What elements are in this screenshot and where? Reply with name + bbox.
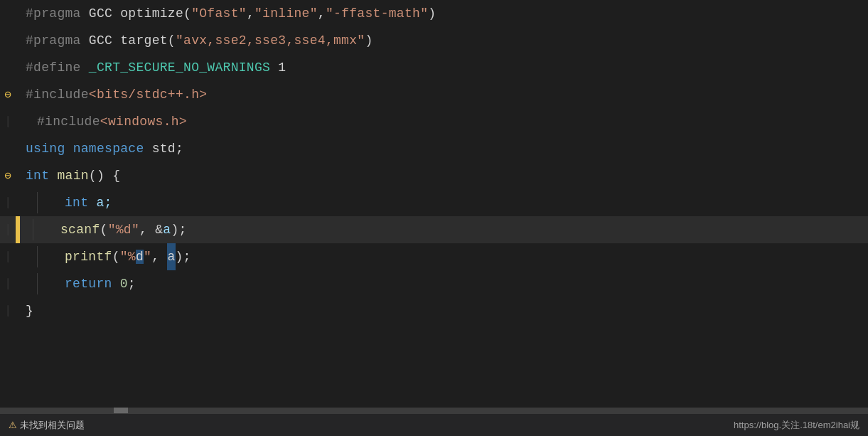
vertical-guide-8 (37, 192, 38, 213)
scanf-arg: a (163, 216, 171, 243)
line-indicator-12: │ (0, 297, 16, 324)
code-line-1: #pragma GCC optimize("Ofast","inline","-… (0, 0, 868, 27)
main-parens: () { (89, 162, 120, 189)
code-line-7: ⊖ int main() { (0, 162, 868, 189)
code-line-5: │ #include<windows.h> (0, 108, 868, 135)
line-indicator-11: │ (0, 270, 16, 297)
func-scanf: scanf (60, 216, 100, 243)
preprocessor-2: #pragma (26, 27, 89, 54)
macro-name-3: _CRT_SECURE_NO_WARNINGS (89, 54, 270, 81)
scanf-paren: ( (100, 216, 108, 243)
printf-arg: a (167, 243, 175, 270)
var-a-8: a; (96, 189, 112, 216)
status-url: https://blog.关注.18t/em2ihai规 (734, 419, 859, 432)
horizontal-scrollbar[interactable] (0, 408, 868, 413)
keyword-namespace: namespace (73, 135, 152, 162)
code-line-11: │ return 0; (0, 270, 868, 297)
code-line-3: #define _CRT_SECURE_NO_WARNINGS 1 (0, 54, 868, 81)
line-indicator-1 (0, 0, 16, 27)
line-indicator-6 (0, 135, 16, 162)
line-indicator-10: │ (0, 243, 16, 270)
status-message: 未找到相关问题 (20, 419, 85, 432)
keyword-return: return (65, 270, 120, 297)
line-content-9: scanf("%d", &a); (20, 216, 868, 243)
printf-close: ); (176, 243, 191, 270)
scrollbar-thumb[interactable] (114, 408, 128, 413)
code-line-12: │ } (0, 297, 868, 324)
printf-format: "%d" (120, 243, 151, 270)
code-line-2: #pragma GCC target("avx,sse2,sse3,sse4,m… (0, 27, 868, 54)
keyword-int-8: int (65, 189, 96, 216)
line-indicator-2 (0, 27, 16, 54)
vertical-guide-9 (33, 219, 33, 240)
line-content-3: #define _CRT_SECURE_NO_WARNINGS 1 (20, 54, 868, 81)
func-printf: printf (65, 243, 112, 270)
preprocessor-3: #define (26, 54, 89, 81)
vertical-guide-10 (37, 246, 38, 267)
line-content-5: #include<windows.h> (20, 108, 868, 135)
scanf-comma: , & (139, 216, 163, 243)
line-indicator-7: ⊖ (0, 162, 16, 189)
scanf-format: "%d" (108, 216, 139, 243)
line-indicator-4: ⊖ (0, 81, 16, 108)
keyword-using: using (26, 135, 73, 162)
line-content-8: int a; (20, 189, 868, 216)
code-line-8: │ int a; (0, 189, 868, 216)
code-line-9: │ scanf("%d", &a); (0, 216, 868, 243)
line-indicator-3 (0, 54, 16, 81)
return-semi: ; (128, 270, 136, 297)
func-name-main: main (57, 162, 88, 189)
status-bar-right: https://blog.关注.18t/em2ihai规 (734, 419, 859, 432)
code-container: #pragma GCC optimize("Ofast","inline","-… (0, 0, 868, 408)
status-warning-icon: ⚠ (9, 420, 17, 430)
line-content-1: #pragma GCC optimize("Ofast","inline","-… (20, 0, 868, 27)
line-indicator-5: │ (0, 108, 16, 135)
line-content-4: #include<bits/stdc++.h> (20, 81, 868, 108)
line-content-11: return 0; (20, 270, 868, 297)
paren-2: ) (365, 27, 373, 54)
printf-paren: ( (112, 243, 120, 270)
line-content-10: printf("%d", a); (20, 243, 868, 270)
include-path-5: <windows.h> (100, 108, 187, 135)
status-bar: ⚠ 未找到相关问题 https://blog.关注.18t/em2ihai规 (0, 413, 868, 436)
printf-comma: , (151, 243, 167, 270)
preprocessor-4: #include (26, 81, 89, 108)
line-indicator-8: │ (0, 189, 16, 216)
line-content-12: } (20, 297, 868, 324)
paren-1: ) (428, 0, 436, 27)
status-bar-left: ⚠ 未找到相关问题 (9, 419, 85, 432)
editor-area: #pragma GCC optimize("Ofast","inline","-… (0, 0, 868, 436)
code-line-6: using namespace std; (0, 135, 868, 162)
closing-brace: } (26, 297, 33, 324)
scanf-close: ); (171, 216, 186, 243)
include-path-4: <bits/stdc++.h> (89, 81, 208, 108)
return-value: 0 (120, 270, 128, 297)
line-content-2: #pragma GCC target("avx,sse2,sse3,sse4,m… (20, 27, 868, 54)
string-1a: "Ofast" (191, 0, 247, 27)
string-2: "avx,sse2,sse3,sse4,mmx" (176, 27, 365, 54)
code-text-1a: GCC optimize( (89, 0, 191, 27)
namespace-name: std; (152, 135, 183, 162)
line-content-7: int main() { (20, 162, 868, 189)
code-text-3: 1 (270, 54, 286, 81)
code-line-4: ⊖ #include<bits/stdc++.h> (0, 81, 868, 108)
string-1b: "inline" (254, 0, 318, 27)
preprocessor-1: #pragma (26, 0, 89, 27)
code-text-2a: GCC target( (89, 27, 176, 54)
comma-1b: , (318, 0, 326, 27)
preprocessor-5: #include (37, 108, 100, 135)
code-line-10: │ printf("%d", a); (0, 243, 868, 270)
comma-1a: , (247, 0, 254, 27)
string-1c: "-ffast-math" (326, 0, 428, 27)
vertical-guide-11 (37, 273, 38, 294)
line-content-6: using namespace std; (20, 135, 868, 162)
keyword-int-main: int (26, 162, 57, 189)
line-indicator-9: │ (0, 216, 16, 243)
